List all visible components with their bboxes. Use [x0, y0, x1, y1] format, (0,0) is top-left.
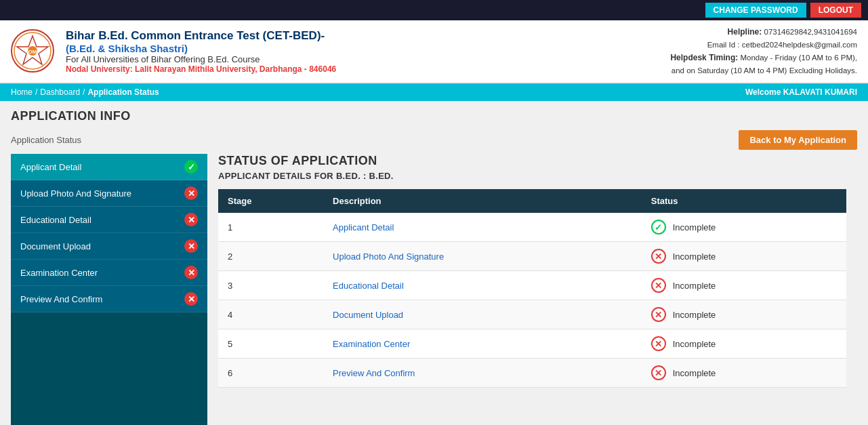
row-status-icon-1: ✕	[651, 249, 666, 264]
svg-text:OM: OM	[28, 49, 37, 55]
app-status-label: Application Status	[11, 135, 81, 145]
cell-status-0: ✓Incomplete	[642, 213, 846, 241]
sidebar-label-examination-center: Examination Center	[20, 268, 98, 278]
link-description-1[interactable]: Upload Photo And Signature	[333, 251, 444, 262]
cell-stage-4: 5	[218, 329, 323, 359]
main-content: STATUS OF APPLICATION APPLICANT DETAILS …	[207, 154, 857, 388]
change-password-button[interactable]: CHANGE PASSWORD	[705, 3, 806, 18]
breadcrumb-sep1: /	[35, 87, 37, 97]
row-status-text-3: Incomplete	[673, 310, 716, 320]
cell-stage-1: 2	[218, 242, 323, 271]
nav-bar: Home / Dashboard / Application Status We…	[0, 83, 868, 101]
table-header-row: Stage Description Status	[218, 189, 846, 213]
sidebar: Applicant Detail ✓ Upload Photo And Sign…	[11, 154, 207, 425]
applicant-subtitle: APPLICANT DETAILS FOR B.ED. : B.ED.	[218, 171, 846, 181]
cell-stage-2: 3	[218, 271, 323, 300]
cell-status-2: ✕Incomplete	[642, 271, 846, 300]
back-to-application-button[interactable]: Back to My Application	[739, 130, 857, 150]
sidebar-icon-cross-3: ✕	[184, 239, 198, 253]
sidebar-label-applicant-detail: Applicant Detail	[20, 162, 81, 172]
link-description-5[interactable]: Preview And Confirm	[333, 368, 415, 378]
col-description: Description	[323, 189, 642, 213]
title-sub: (B.Ed. & Shiksha Shastri)	[66, 43, 670, 54]
col-status: Status	[642, 189, 846, 213]
sidebar-bottom	[11, 312, 207, 425]
cell-description-5: Preview And Confirm	[323, 359, 642, 388]
sidebar-label-preview-confirm: Preview And Confirm	[20, 294, 102, 304]
table-row: 2Upload Photo And Signature✕Incomplete	[218, 242, 846, 271]
nav-current: Application Status	[87, 87, 159, 97]
row-status-icon-4: ✕	[651, 336, 666, 351]
logo-icon: OM	[11, 29, 55, 73]
sidebar-item-applicant-detail[interactable]: Applicant Detail ✓	[11, 154, 207, 180]
cell-description-2: Educational Detail	[323, 271, 642, 300]
table-row: 4Document Upload✕Incomplete	[218, 300, 846, 329]
welcome-message: Welcome KALAVATI KUMARI	[745, 87, 857, 97]
table-row: 6Preview And Confirm✕Incomplete	[218, 359, 846, 388]
sidebar-item-educational-detail[interactable]: Educational Detail ✕	[11, 207, 207, 233]
sidebar-label-upload-photo: Upload Photo And Signature	[20, 188, 131, 199]
sidebar-icon-cross-5: ✕	[184, 292, 198, 306]
row-status-icon-0: ✓	[651, 220, 666, 235]
main-layout: Applicant Detail ✓ Upload Photo And Sign…	[11, 154, 857, 425]
row-status-icon-5: ✕	[651, 365, 666, 380]
sidebar-label-educational-detail: Educational Detail	[20, 215, 91, 225]
cell-status-4: ✕Incomplete	[642, 329, 846, 358]
link-description-0[interactable]: Applicant Detail	[333, 222, 394, 232]
col-stage: Stage	[218, 189, 323, 213]
cell-description-3: Document Upload	[323, 300, 642, 329]
email-label: Email Id :	[707, 41, 740, 49]
title-main: Bihar B.Ed. Common Entrance Test (CET-BE…	[66, 29, 670, 43]
cell-description-1: Upload Photo And Signature	[323, 242, 642, 271]
row-status-text-5: Incomplete	[673, 368, 716, 378]
status-table: Stage Description Status 1Applicant Deta…	[218, 189, 846, 388]
cell-stage-5: 6	[218, 359, 323, 388]
cell-stage-0: 1	[218, 213, 323, 242]
helpline-number: 07314629842,9431041694	[764, 28, 857, 36]
page-title: APPLICATION INFO	[11, 109, 857, 123]
sidebar-icon-cross-4: ✕	[184, 266, 198, 279]
cell-status-5: ✕Incomplete	[642, 359, 846, 387]
sidebar-item-upload-photo[interactable]: Upload Photo And Signature ✕	[11, 180, 207, 207]
helpline-info: Helpline: 07314629842,9431041694 Email I…	[670, 26, 857, 77]
sidebar-item-preview-confirm[interactable]: Preview And Confirm ✕	[11, 286, 207, 312]
app-status-header: Application Status Back to My Applicatio…	[11, 130, 857, 150]
row-status-text-1: Incomplete	[673, 251, 716, 262]
sidebar-label-document-upload: Document Upload	[20, 241, 91, 251]
cell-description-4: Examination Center	[323, 329, 642, 359]
table-row: 5Examination Center✕Incomplete	[218, 329, 846, 359]
cell-description-0: Applicant Detail	[323, 213, 642, 242]
link-description-2[interactable]: Educational Detail	[333, 281, 404, 291]
status-of-application-title: STATUS OF APPLICATION	[218, 154, 846, 168]
sidebar-item-examination-center[interactable]: Examination Center ✕	[11, 260, 207, 286]
breadcrumb: Home / Dashboard / Application Status	[11, 87, 159, 97]
cell-stage-3: 4	[218, 300, 323, 329]
header: OM Bihar B.Ed. Common Entrance Test (CET…	[0, 20, 868, 83]
timing-sat: and on Saturday (10 AM to 4 PM) Excludin…	[671, 66, 857, 75]
title-desc: For All Universities of Bihar Offering B…	[66, 54, 670, 64]
helpline-label: Helpline:	[728, 27, 762, 37]
link-description-4[interactable]: Examination Center	[333, 339, 410, 349]
nav-home[interactable]: Home	[11, 87, 33, 97]
table-row: 3Educational Detail✕Incomplete	[218, 271, 846, 300]
cell-status-3: ✕Incomplete	[642, 300, 846, 329]
nav-dashboard[interactable]: Dashboard	[40, 87, 80, 97]
timing-value: Monday - Friday (10 AM to 6 PM),	[740, 54, 857, 62]
row-status-icon-2: ✕	[651, 278, 666, 293]
page-content: APPLICATION INFO Application Status Back…	[0, 101, 868, 425]
title-nodal: Nodal University: Lalit Narayan Mithila …	[66, 64, 670, 74]
sidebar-icon-cross-1: ✕	[184, 186, 198, 200]
sidebar-icon-cross-2: ✕	[184, 213, 198, 226]
row-status-icon-3: ✕	[651, 307, 666, 322]
table-row: 1Applicant Detail✓Incomplete	[218, 213, 846, 242]
sidebar-icon-check-0: ✓	[184, 160, 198, 174]
top-bar: CHANGE PASSWORD LOGOUT	[0, 0, 868, 20]
breadcrumb-sep2: /	[83, 87, 85, 97]
cell-status-1: ✕Incomplete	[642, 242, 846, 270]
link-description-3[interactable]: Document Upload	[333, 310, 403, 320]
row-status-text-0: Incomplete	[673, 222, 716, 232]
row-status-text-4: Incomplete	[673, 339, 716, 349]
timing-label: Helpdesk Timing:	[670, 53, 738, 62]
sidebar-item-document-upload[interactable]: Document Upload ✕	[11, 233, 207, 260]
logout-button[interactable]: LOGOUT	[810, 3, 861, 18]
